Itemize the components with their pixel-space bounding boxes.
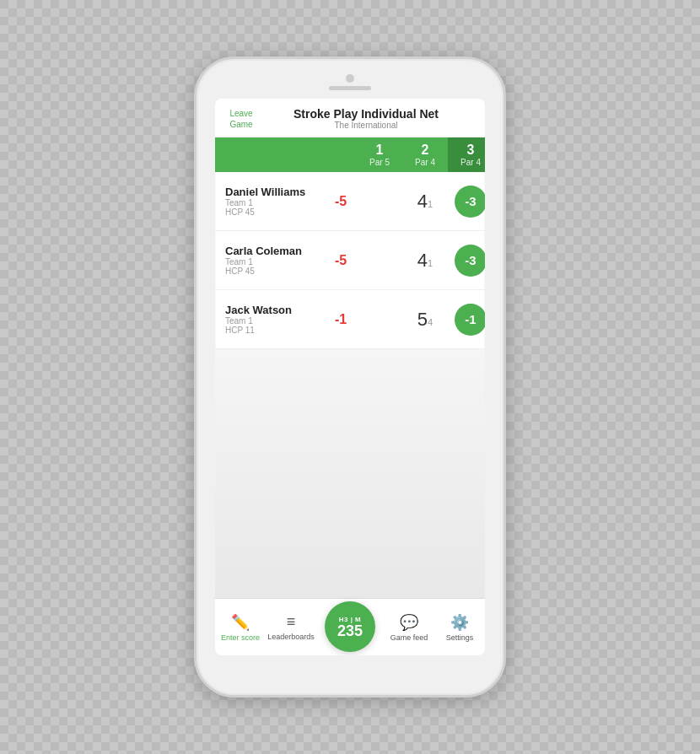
hole-3-score: -1 (448, 304, 485, 336)
nav-range-finder[interactable]: H3 | M 235 Range finder (316, 599, 384, 655)
game-title: Stroke Play Individual Net (257, 107, 475, 121)
pencil-icon: ✏️ (231, 613, 250, 632)
nav-label: Enter score (221, 633, 260, 642)
player-team: Team 1 (225, 257, 318, 267)
table-row[interactable]: Carla Coleman Team 1 HCP 45 -5 4 1 -3 (215, 231, 485, 290)
table-row[interactable]: Jack Watson Team 1 HCP 11 -1 5 4 -1 (215, 290, 485, 349)
leave-game-button[interactable]: Leave Game (225, 108, 257, 130)
nav-label: Game feed (390, 633, 428, 642)
nav-leaderboards[interactable]: ≡ Leaderboards (266, 599, 316, 655)
header: Leave Game Stroke Play Individual Net Th… (215, 99, 485, 137)
player-total-score: -5 (325, 253, 357, 268)
player-col-header (215, 137, 325, 172)
range-dist: 235 (337, 623, 363, 638)
empty-rows (215, 349, 485, 598)
table-row[interactable]: Daniel Williams Team 1 HCP 45 -5 4 1 -3 (215, 172, 485, 231)
player-hcp: HCP 11 (225, 326, 318, 335)
nav-enter-score[interactable]: ✏️ Enter score (215, 599, 266, 655)
score-badge: -3 (455, 186, 485, 218)
list-icon: ≡ (287, 613, 296, 631)
hole-1-header: 1 Par 5 (357, 137, 402, 172)
player-info: Jack Watson Team 1 HCP 11 (215, 297, 325, 342)
hole-3-score: -3 (448, 245, 485, 277)
player-info: Daniel Williams Team 1 HCP 45 (215, 179, 325, 224)
hole-3-score: -3 (448, 186, 485, 218)
player-info: Carla Coleman Team 1 HCP 45 (215, 238, 325, 283)
phone-camera (346, 74, 354, 83)
player-total-score: -5 (325, 194, 357, 209)
nav-label: Settings (446, 633, 474, 642)
gear-icon: ⚙️ (450, 613, 469, 632)
score-badge: -3 (455, 245, 485, 277)
player-total-score: -1 (325, 312, 357, 327)
game-subtitle: The International (257, 121, 475, 130)
hole-2-score: 5 4 (402, 309, 448, 331)
hole-2-score: 4 1 (402, 191, 448, 213)
hole-header-row: 1 Par 5 2 Par 4 3 Par 4 (215, 137, 485, 172)
chat-icon: 💬 (400, 613, 418, 632)
nav-game-feed[interactable]: 💬 Game feed (384, 599, 434, 655)
player-name: Daniel Williams (225, 186, 318, 198)
range-circle[interactable]: H3 | M 235 (325, 601, 375, 652)
total-col-header (325, 137, 357, 172)
phone-screen: Leave Game Stroke Play Individual Net Th… (215, 99, 485, 655)
player-name: Carla Coleman (225, 245, 318, 257)
bottom-nav: ✏️ Enter score ≡ Leaderboards H3 | M 235… (215, 598, 485, 655)
player-name: Jack Watson (225, 304, 318, 316)
player-hcp: HCP 45 (225, 267, 318, 276)
header-title-area: Stroke Play Individual Net The Internati… (257, 107, 475, 130)
player-team: Team 1 (225, 198, 318, 207)
score-badge: -1 (455, 304, 485, 336)
player-hcp: HCP 45 (225, 207, 318, 217)
score-table: 1 Par 5 2 Par 4 3 Par 4 Daniel Williams … (215, 137, 485, 598)
hole-2-score: 4 1 (402, 250, 448, 272)
phone-shell: Leave Game Stroke Play Individual Net Th… (194, 57, 506, 697)
nav-settings[interactable]: ⚙️ Settings (434, 599, 485, 655)
phone-speaker (329, 86, 371, 90)
hole-3-header: 3 Par 4 (448, 137, 485, 172)
nav-label: Leaderboards (267, 633, 315, 641)
phone-top-bar (203, 74, 497, 94)
player-team: Team 1 (225, 316, 318, 326)
hole-2-header: 2 Par 4 (402, 137, 448, 172)
